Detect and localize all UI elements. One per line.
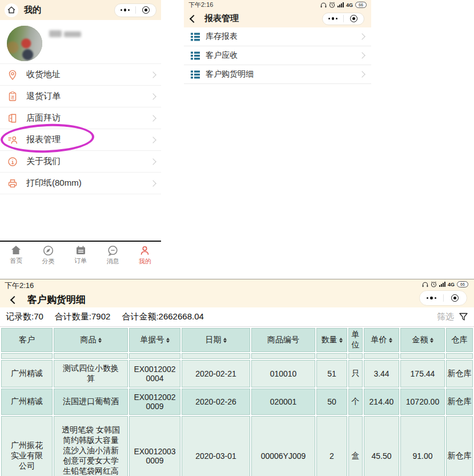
back-button[interactable] (10, 295, 18, 303)
menu-item-report-management[interactable]: 报表管理 (0, 129, 161, 151)
reports-menu: 库存报表 客户应收 客户购货明细 (184, 27, 371, 84)
alarm-clock-icon (329, 2, 335, 8)
reports-page-header: 报表管理 (184, 10, 371, 27)
target-icon (350, 15, 357, 22)
menu-item-label: 收货地址 (26, 69, 61, 80)
close-target-button[interactable] (136, 6, 156, 14)
cell-price: 3.44 (364, 360, 399, 387)
cell-warehouse: 新仓库 (446, 360, 473, 387)
cell-date: 2020-02-26 (182, 389, 250, 415)
chevron-right-icon (359, 71, 365, 77)
funnel-icon (459, 312, 468, 322)
cell-customer: 广州精诚 (1, 360, 53, 387)
network-type: 4G (448, 282, 455, 287)
cell-product-code: 010010 (251, 360, 315, 387)
chevron-right-icon (359, 33, 365, 39)
avatar[interactable] (7, 26, 42, 61)
filter-button[interactable]: 筛选 (437, 311, 468, 322)
list-icon (191, 51, 200, 60)
cell-unit: 只 (348, 360, 363, 387)
cell-amount: 91.00 (400, 416, 445, 476)
col-header-doc-no-sortable[interactable]: 单据号 (129, 328, 180, 352)
target-icon (142, 6, 150, 14)
menu-item-print-paper[interactable]: 打印纸(80mm) (0, 173, 161, 194)
menu-item-store-visit[interactable]: 店面拜访 (0, 107, 161, 129)
home-button[interactable] (5, 3, 18, 17)
more-button[interactable] (115, 9, 135, 11)
menu-item-inventory-report[interactable]: 库存报表 (184, 27, 371, 46)
filter-label: 筛选 (437, 311, 454, 322)
more-button[interactable] (420, 297, 443, 299)
cell-doc-no: EX00120030009 (129, 416, 180, 476)
alarm-clock-icon (431, 281, 437, 287)
detail-page-header: 下午2:16 客户购货明细 4G 66 (0, 279, 474, 307)
cell-product: 测试四位小数换算 (54, 360, 128, 387)
mini-program-capsule (114, 3, 156, 17)
chevron-right-icon (150, 93, 156, 99)
cell-product: 透明笔袋 女韩国简约韩版大容量流沙入油小清新创意可爱女大学生铅笔袋网红高中初中生… (54, 416, 128, 476)
page-title: 客户购货明细 (27, 293, 86, 306)
cell-price: 214.40 (364, 389, 399, 415)
menu-item-label: 店面拜访 (26, 113, 61, 123)
cell-warehouse: 新仓库 (446, 416, 473, 476)
col-header-product-sortable[interactable]: 商品 (54, 328, 128, 352)
mini-program-capsule (322, 13, 364, 25)
cell-qty: 2 (316, 416, 347, 476)
menu-item-shipping-address[interactable]: 收货地址 (0, 64, 161, 86)
target-icon (451, 294, 459, 302)
person-icon (139, 245, 150, 256)
tab-mine[interactable]: 我的 (129, 242, 161, 270)
back-button[interactable] (190, 14, 198, 22)
clock-time: 下午2:16 (188, 1, 213, 9)
table-row: 广州精诚 测试四位小数换算 EX00120020004 2020-02-21 0… (1, 360, 473, 387)
close-target-button[interactable] (344, 15, 364, 22)
total-quantity: 合计数量:7902 (55, 311, 111, 322)
chevron-right-icon (150, 115, 156, 121)
menu-item-label: 打印纸(80mm) (26, 178, 82, 189)
cell-unit: 个 (348, 389, 363, 415)
table-row: 广州精诚 法国进口葡萄酒 EX00120020009 2020-02-26 02… (1, 389, 473, 415)
list-icon (191, 33, 200, 41)
menu-item-customer-purchase-detail[interactable]: 客户购货明细 (184, 65, 371, 84)
chevron-right-icon (150, 180, 156, 186)
cell-doc-no: EX00120020009 (129, 389, 180, 415)
location-pin-icon (6, 69, 19, 81)
col-header-amount-sortable[interactable]: 金额 (400, 328, 445, 352)
door-icon (6, 113, 19, 124)
close-target-button[interactable] (444, 294, 467, 302)
battery-icon: 66 (457, 281, 468, 287)
total-amount: 合计金额:2662668.04 (122, 311, 203, 322)
purchase-detail-panel: 下午2:16 客户购货明细 4G 66 记录数:70 合计数量:7902 合计金… (0, 279, 474, 476)
info-icon (6, 156, 19, 167)
purchase-detail-table: 客户 商品 单据号 日期 商品编号 数量 单位 单价 金额 仓库 广州精诚 测试… (0, 327, 474, 476)
home-tab-icon (10, 245, 22, 255)
col-header-qty-sortable[interactable]: 数量 (316, 328, 347, 352)
more-button[interactable] (323, 17, 343, 20)
tab-categories[interactable]: 分类 (32, 242, 64, 270)
tab-orders[interactable]: 订单 (65, 242, 97, 270)
cell-warehouse: 新仓库 (446, 389, 473, 415)
sort-icon (430, 338, 433, 343)
col-header-price-sortable[interactable]: 单价 (364, 328, 399, 352)
cell-price: 45.50 (364, 416, 399, 476)
menu-item-return-orders[interactable]: 退 退货订单 (0, 86, 161, 107)
message-bubble-icon (107, 245, 118, 256)
signal-strength-icon (338, 2, 344, 7)
menu-item-label: 关于我们 (26, 156, 61, 167)
status-bar: 下午2:16 4G 66 (184, 0, 371, 10)
report-management-icon (6, 134, 19, 146)
menu-item-customer-receivables[interactable]: 客户应收 (184, 46, 371, 65)
menu-item-about-us[interactable]: 关于我们 (0, 151, 161, 173)
battery-icon: 66 (355, 2, 367, 8)
chevron-right-icon (359, 52, 365, 58)
sort-icon (98, 338, 102, 343)
tab-messages[interactable]: 消息 (97, 242, 128, 270)
cell-amount: 175.44 (400, 360, 445, 387)
tab-home[interactable]: 首页 (0, 242, 32, 270)
clock-time: 下午2:16 (5, 281, 34, 291)
headset-icon (320, 2, 327, 8)
printer-icon (6, 178, 19, 189)
col-header-date-sortable[interactable]: 日期 (182, 328, 250, 352)
menu-item-label: 报表管理 (26, 134, 61, 145)
sort-icon (389, 338, 392, 343)
